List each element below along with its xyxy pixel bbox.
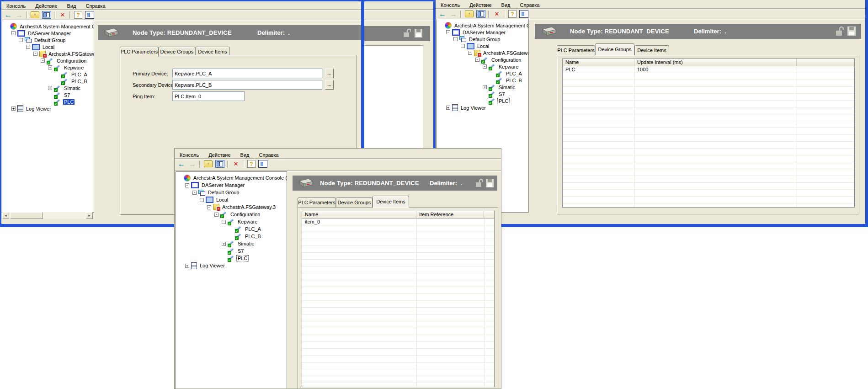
- tree-node-simatic[interactable]: +Simatic: [2, 85, 94, 91]
- tree-node-daserver-manager[interactable]: -DAServer Manager: [2, 30, 94, 37]
- unlock-icon[interactable]: [835, 26, 844, 36]
- tree-node-kepware[interactable]: -Kepware: [2, 64, 94, 71]
- console-tree-icon[interactable]: [215, 160, 224, 168]
- collapse-icon[interactable]: -: [19, 38, 23, 42]
- save-icon[interactable]: [415, 29, 422, 37]
- collapse-icon[interactable]: -: [192, 191, 197, 195]
- menu-console[interactable]: Консоль: [440, 2, 461, 8]
- tree-node-archestra-fsgateway-3[interactable]: -ArchestrA.FSGateway.3: [2, 50, 94, 57]
- unlock-icon[interactable]: [475, 178, 483, 187]
- table-row[interactable]: PLC: [565, 67, 575, 72]
- secondary-browse-button[interactable]: ...: [325, 80, 334, 90]
- tree-node-local[interactable]: -Local: [2, 43, 94, 50]
- expand-icon[interactable]: +: [185, 264, 189, 268]
- collapse-icon[interactable]: -: [483, 64, 487, 69]
- tree-node-archestra-system-management-console-ks1[interactable]: ArchestrA System Management Console (KS1: [2, 23, 94, 30]
- tree-node-archestra-system-management-console-ks1[interactable]: ArchestrA System Management Console (KS1: [437, 22, 528, 29]
- tree-node-daserver-manager[interactable]: -DAServer Manager: [437, 29, 528, 36]
- menu-help[interactable]: Справка: [519, 2, 541, 8]
- delete-icon[interactable]: [232, 160, 240, 168]
- tree-node-s7[interactable]: S7: [176, 247, 287, 255]
- collapse-icon[interactable]: -: [48, 65, 52, 69]
- menu-action[interactable]: Действие: [469, 2, 492, 8]
- menu-console[interactable]: Консоль: [179, 152, 200, 158]
- help-icon[interactable]: [74, 11, 82, 19]
- expand-icon[interactable]: +: [48, 86, 52, 90]
- forward-icon[interactable]: [449, 10, 458, 18]
- tree-node-default-group[interactable]: -Default Group: [2, 37, 94, 43]
- column-update-interval[interactable]: Update Interval (ms): [634, 59, 797, 66]
- tree-node-archestra-system-management-console-ks1[interactable]: ArchestrA System Management Console (KS1: [176, 174, 287, 181]
- column-name[interactable]: Name: [563, 59, 634, 66]
- tree-node-plc-a[interactable]: PLC_A: [176, 225, 287, 233]
- column-name[interactable]: Name: [302, 211, 416, 218]
- save-icon[interactable]: [486, 179, 494, 187]
- tree-node-default-group[interactable]: -Default Group: [176, 189, 287, 196]
- tree-node-configuration[interactable]: -Configuration: [176, 211, 287, 218]
- tab-device-groups[interactable]: Device Groups: [595, 43, 634, 55]
- table-row[interactable]: item_0: [305, 219, 320, 224]
- up-folder-icon[interactable]: [204, 160, 213, 167]
- tree-node-log-viewer[interactable]: +Log Viewer: [176, 262, 287, 269]
- collapse-icon[interactable]: -: [33, 52, 37, 56]
- tab-plc-parameters[interactable]: PLC Parameters: [298, 197, 336, 208]
- expand-icon[interactable]: +: [222, 242, 226, 246]
- help-icon[interactable]: [508, 10, 517, 18]
- unlock-icon[interactable]: [402, 28, 411, 38]
- collapse-icon[interactable]: -: [461, 44, 465, 48]
- tree-node-kepware[interactable]: -Kepware: [176, 218, 287, 225]
- console-tree-icon[interactable]: [42, 11, 51, 19]
- menu-action[interactable]: Действие: [208, 152, 231, 158]
- collapse-icon[interactable]: -: [11, 31, 16, 35]
- forward-icon[interactable]: [188, 160, 197, 168]
- show-pane-icon[interactable]: [519, 10, 528, 18]
- show-pane-icon[interactable]: [85, 11, 94, 19]
- tree-node-configuration[interactable]: -Configuration: [2, 57, 94, 64]
- back-icon[interactable]: [4, 11, 12, 19]
- tree-node-plc[interactable]: PLC: [176, 255, 287, 262]
- tree-node-default-group[interactable]: -Default Group: [437, 36, 528, 43]
- expand-icon[interactable]: +: [483, 85, 487, 89]
- horizontal-scrollbar[interactable]: ◄ ►: [2, 212, 93, 219]
- up-folder-icon[interactable]: [465, 11, 474, 17]
- menu-help[interactable]: Справка: [85, 3, 107, 9]
- save-icon[interactable]: [847, 27, 856, 36]
- primary-browse-button[interactable]: ...: [325, 69, 334, 78]
- menu-view[interactable]: Вид: [501, 2, 511, 8]
- ping-item-input[interactable]: [172, 91, 245, 101]
- tree-node-log-viewer[interactable]: +Log Viewer: [2, 105, 94, 112]
- tree-node-plc-b[interactable]: PLC_B: [437, 77, 528, 84]
- table-row[interactable]: 1000: [637, 67, 648, 72]
- tab-device-items[interactable]: Device Items: [634, 45, 669, 55]
- tree-node-s7[interactable]: S7: [2, 91, 94, 98]
- tree-node-archestra-fsgateway-3[interactable]: -ArchestrA.FSGateway.3: [437, 49, 528, 56]
- tree-node-archestra-fsgateway-3[interactable]: -ArchestrA.FSGateway.3: [176, 203, 287, 211]
- delete-icon[interactable]: [59, 11, 67, 19]
- expand-icon[interactable]: +: [11, 107, 16, 111]
- column-extra[interactable]: [484, 211, 494, 218]
- scroll-right-button[interactable]: ►: [86, 212, 93, 219]
- tree-node-plc[interactable]: PLC: [437, 97, 528, 104]
- collapse-icon[interactable]: -: [446, 30, 450, 34]
- menu-view[interactable]: Вид: [240, 152, 250, 158]
- tab-plc-parameters[interactable]: PLC Parameters: [120, 47, 159, 57]
- collapse-icon[interactable]: -: [207, 205, 211, 209]
- primary-device-input[interactable]: [172, 69, 322, 78]
- back-icon[interactable]: [438, 10, 447, 18]
- column-extra[interactable]: [797, 59, 854, 66]
- tree-node-kepware[interactable]: -Kepware: [437, 63, 528, 70]
- collapse-icon[interactable]: -: [453, 37, 458, 41]
- tree-node-plc[interactable]: PLC: [2, 98, 94, 105]
- tree-node-simatic[interactable]: +Simatic: [176, 240, 287, 247]
- secondary-device-input[interactable]: [172, 80, 322, 90]
- tree-node-plc-b[interactable]: PLC_B: [176, 233, 287, 240]
- menu-console[interactable]: Консоль: [5, 3, 27, 9]
- back-icon[interactable]: [177, 160, 186, 168]
- show-pane-icon[interactable]: [258, 160, 267, 168]
- tab-device-groups[interactable]: Device Groups: [336, 197, 373, 208]
- expand-icon[interactable]: +: [446, 106, 450, 110]
- collapse-icon[interactable]: -: [26, 45, 30, 49]
- collapse-icon[interactable]: -: [475, 58, 479, 62]
- collapse-icon[interactable]: -: [468, 51, 472, 55]
- tree-node-local[interactable]: -Local: [437, 43, 528, 49]
